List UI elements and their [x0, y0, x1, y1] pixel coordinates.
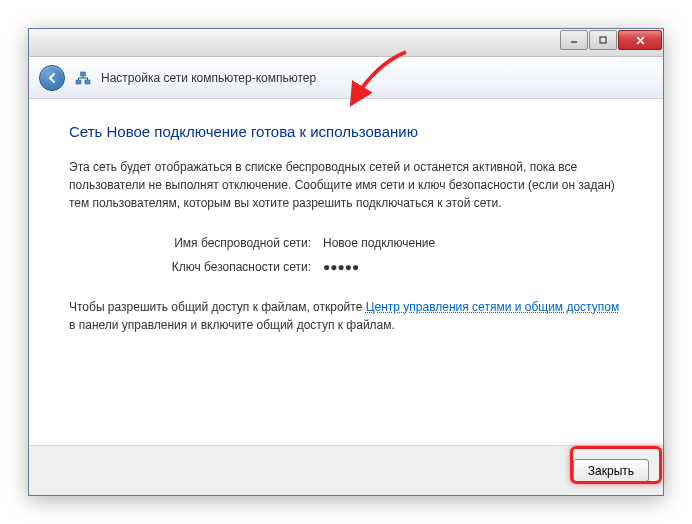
svg-rect-4 — [76, 80, 81, 84]
network-center-link[interactable]: Центр управления сетями и общим доступом — [366, 300, 620, 314]
footer-text-before: Чтобы разрешить общий доступ к файлам, о… — [69, 300, 366, 314]
detail-row-key: Ключ безопасности сети: ●●●●● — [151, 260, 623, 274]
minimize-button[interactable] — [560, 30, 588, 50]
network-icon — [75, 70, 91, 86]
window-close-button[interactable] — [618, 30, 662, 50]
svg-rect-5 — [85, 80, 90, 84]
close-button[interactable]: Закрыть — [573, 459, 649, 482]
description-text: Эта сеть будет отображаться в списке бес… — [69, 158, 623, 212]
content-area: Сеть Новое подключение готова к использо… — [29, 99, 663, 334]
footer-text-after: в панели управления и включите общий дос… — [69, 318, 395, 332]
svg-rect-1 — [600, 37, 606, 43]
titlebar — [29, 29, 663, 57]
header-title: Настройка сети компьютер-компьютер — [101, 71, 316, 85]
network-details: Имя беспроводной сети: Новое подключение… — [151, 236, 623, 274]
security-key-value: ●●●●● — [323, 260, 359, 274]
footer-text: Чтобы разрешить общий доступ к файлам, о… — [69, 298, 623, 334]
page-title: Сеть Новое подключение готова к использо… — [69, 123, 623, 140]
maximize-button[interactable] — [589, 30, 617, 50]
button-bar: Закрыть — [29, 445, 663, 495]
network-name-label: Имя беспроводной сети: — [151, 236, 311, 250]
detail-row-name: Имя беспроводной сети: Новое подключение — [151, 236, 623, 250]
wizard-window: Настройка сети компьютер-компьютер Сеть … — [28, 28, 664, 496]
security-key-label: Ключ безопасности сети: — [151, 260, 311, 274]
network-name-value: Новое подключение — [323, 236, 435, 250]
header-bar: Настройка сети компьютер-компьютер — [29, 57, 663, 99]
window-controls — [560, 29, 663, 56]
back-button[interactable] — [39, 65, 65, 91]
svg-rect-6 — [81, 72, 86, 76]
